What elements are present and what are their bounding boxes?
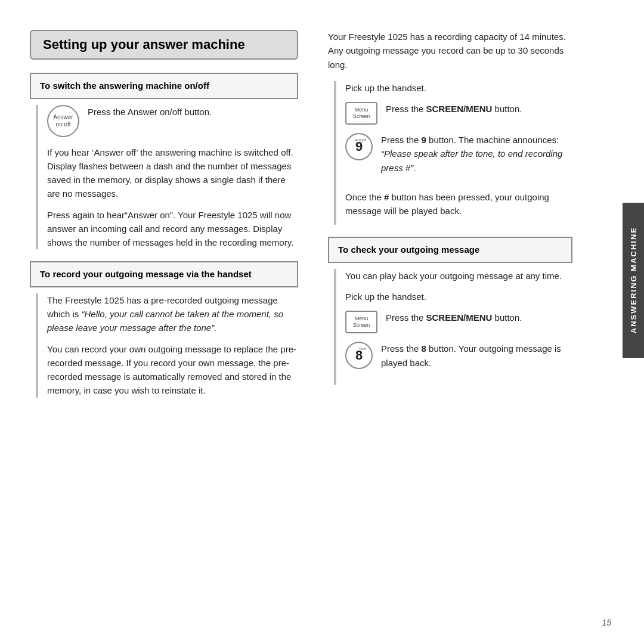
right-step2-row: Menu Screen Press the SCREEN/MENU button… <box>345 102 572 125</box>
section-check-box: To check your outgoing message <box>328 237 572 263</box>
right-step3-bold: 9 <box>422 135 426 145</box>
right-step4: Once the # button has been pressed, your… <box>345 190 572 218</box>
screen-label-2: Screen <box>353 322 370 329</box>
page-title: Setting up your answer machine <box>43 37 245 52</box>
right-step3-italic: “Please speak after the tone, to end rec… <box>381 148 562 172</box>
check-step2-pre: Press the <box>386 312 426 323</box>
screen-label: Screen <box>353 113 370 120</box>
right-step3-post: button. The machine announces: <box>426 135 559 145</box>
right-step3-pre: Press the <box>381 135 422 145</box>
section2-p2: You can record your own outgoing message… <box>47 342 298 398</box>
answer-icon-label2: on off <box>56 121 71 128</box>
right-intro: Your Freestyle 1025 has a recording capa… <box>328 30 572 72</box>
num9-sub: wxyz <box>355 137 367 143</box>
check-steps-area: You can play back your outgoing message … <box>334 269 572 385</box>
section1-box: To switch the answering machine on/off <box>30 73 298 99</box>
answer-icon-label1: Answer <box>53 114 73 121</box>
right-step2-text: Press the SCREEN/MENU button. <box>386 102 572 116</box>
section-check-title: To check your outgoing message <box>338 244 479 255</box>
answering-machine-tab: ANSWERING MACHINE <box>623 203 644 358</box>
section1-content: Answer on off Press the Answer on/off bu… <box>36 105 298 250</box>
right-step2-bold: SCREEN/MENU <box>426 104 493 114</box>
section2-p1: The Freestyle 1025 has a pre-recorded ou… <box>47 293 298 335</box>
check-step3-bold: 8 <box>422 343 426 354</box>
section1-p2: If you hear ‘Answer off’ the answering m… <box>47 145 298 201</box>
check-step3-row: tuv 8 Press the 8 button. Your outgoing … <box>345 342 572 377</box>
check-p1: You can play back your outgoing message … <box>345 269 572 283</box>
page-number: 15 <box>602 618 611 627</box>
section1-p1: Press the Answer on/off button. <box>88 105 298 119</box>
check-step2-post: button. <box>492 312 522 323</box>
page-title-box: Setting up your answer machine <box>30 30 298 60</box>
menu-screen-icon: Menu Screen <box>345 102 377 125</box>
section1-icon-row: Answer on off Press the Answer on/off bu… <box>47 105 298 137</box>
answer-on-off-icon: Answer on off <box>47 105 79 137</box>
check-step3-pre: Press the <box>381 343 422 354</box>
section1-title: To switch the answering machine on/off <box>40 80 209 91</box>
right-step2-post: button. <box>492 104 522 114</box>
right-step3-row: wxyz 9 Press the 9 button. The machine a… <box>345 133 572 182</box>
section1-p3: Press again to hear“Answer on”. Your Fre… <box>47 208 298 250</box>
section2-content: The Freestyle 1025 has a pre-recorded ou… <box>36 293 298 398</box>
check-step2-bold: SCREEN/MENU <box>426 312 493 323</box>
check-step1: Pick up the handset. <box>345 290 572 304</box>
right-step4-pre: Once the <box>345 192 384 202</box>
number-9-icon: wxyz 9 <box>345 133 373 160</box>
check-step3-text: Press the 8 button. Your outgoing messag… <box>381 342 572 370</box>
right-column: Your Freestyle 1025 has a recording capa… <box>316 18 608 626</box>
menu-label: Menu <box>355 107 369 113</box>
right-steps-area: Pick up the handset. Menu Screen Press t… <box>334 81 572 225</box>
num8-sub: tuv <box>360 346 367 351</box>
right-step3-text: Press the 9 button. The machine announce… <box>381 133 572 175</box>
section2-title: To record your outgoing message via the … <box>40 269 252 279</box>
menu-screen-icon-2: Menu Screen <box>345 311 377 333</box>
section2-p1-italic: “Hello, your call cannot be taken at the… <box>47 309 283 333</box>
right-step1: Pick up the handset. <box>345 81 572 95</box>
left-column: Setting up your answer machine To switch… <box>0 18 316 626</box>
check-step2-text: Press the SCREEN/MENU button. <box>386 311 572 324</box>
number-8-icon: tuv 8 <box>345 342 373 369</box>
section2-box: To record your outgoing message via the … <box>30 261 298 287</box>
right-step2-pre: Press the <box>386 104 426 114</box>
menu-label-2: Menu <box>355 315 369 322</box>
side-tab-label: ANSWERING MACHINE <box>629 227 638 333</box>
check-step2-row: Menu Screen Press the SCREEN/MENU button… <box>345 311 572 333</box>
